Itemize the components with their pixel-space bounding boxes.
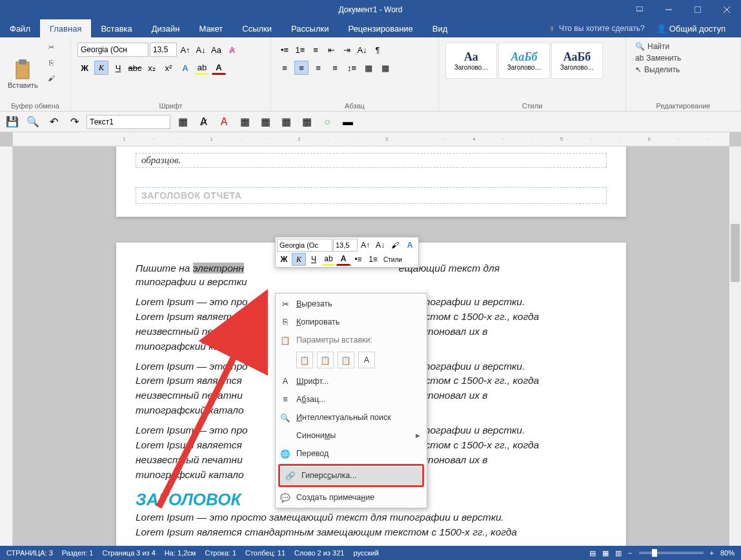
mt-numbering-button[interactable]: 1≡ bbox=[366, 253, 380, 266]
clear-format-button[interactable]: A̷ bbox=[225, 43, 239, 57]
qat-btn-5[interactable]: ▦ bbox=[257, 114, 274, 130]
align-center-button[interactable]: ≡ bbox=[294, 61, 309, 75]
qat-btn-7[interactable]: ▦ bbox=[298, 114, 315, 130]
report-title-placeholder[interactable]: ЗАГОЛОВОК ОТЧЕТА bbox=[136, 187, 607, 204]
qat-btn-9[interactable]: ▬ bbox=[340, 114, 356, 130]
save-button[interactable]: 💾 bbox=[4, 114, 21, 130]
select-button[interactable]: ↖Выделить bbox=[633, 65, 684, 75]
mt-bullets-button[interactable]: •≡ bbox=[351, 253, 365, 266]
subscript-button[interactable]: x₂ bbox=[145, 61, 159, 75]
zoom-out-button[interactable]: − bbox=[628, 549, 632, 557]
copy-button[interactable]: ⎘ bbox=[45, 55, 59, 70]
tell-me-input[interactable]: Что вы хотите сделать? bbox=[559, 24, 645, 33]
text-effects-button[interactable]: A bbox=[178, 61, 192, 75]
tab-insert[interactable]: Вставка bbox=[91, 19, 141, 37]
qat-btn-4[interactable]: ▦ bbox=[236, 114, 253, 130]
ctx-translate[interactable]: 🌐Перевод bbox=[276, 445, 427, 463]
tab-home[interactable]: Главная bbox=[40, 19, 91, 37]
paste-opt-2[interactable]: 📋 bbox=[317, 352, 334, 368]
qat-btn-6[interactable]: ▦ bbox=[278, 114, 294, 130]
status-at[interactable]: На: 1,2см bbox=[165, 549, 196, 557]
vertical-scrollbar[interactable] bbox=[729, 146, 741, 546]
share-button[interactable]: 👤 Общий доступ bbox=[649, 24, 733, 34]
format-painter-button[interactable]: 🖌 bbox=[45, 71, 59, 85]
paste-opt-1[interactable]: 📋 bbox=[296, 352, 313, 368]
tab-mailings[interactable]: Рассылки bbox=[281, 19, 338, 37]
mt-font-combo[interactable]: Georgia (Ос bbox=[277, 239, 332, 252]
line-spacing-button[interactable]: ↕≡ bbox=[345, 61, 359, 75]
status-col[interactable]: Столбец: 11 bbox=[245, 549, 285, 557]
zoom-slider[interactable] bbox=[639, 552, 704, 554]
style-combo[interactable]: Текст1 bbox=[86, 115, 170, 129]
bold-button[interactable]: Ж bbox=[77, 61, 92, 75]
justify-button[interactable]: ≡ bbox=[328, 61, 342, 75]
tab-layout[interactable]: Макет bbox=[189, 19, 232, 37]
tab-review[interactable]: Рецензирование bbox=[338, 19, 422, 37]
shading-button[interactable]: ▦ bbox=[361, 61, 376, 75]
bullets-button[interactable]: •≡ bbox=[278, 43, 292, 57]
undo-button[interactable]: ↶ bbox=[45, 114, 62, 130]
mt-shrink-button[interactable]: A↓ bbox=[373, 239, 387, 252]
shrink-font-button[interactable]: A↓ bbox=[194, 43, 208, 57]
ctx-font[interactable]: AШрифт... bbox=[276, 372, 427, 390]
qat-btn-1[interactable]: ▦ bbox=[174, 114, 191, 130]
underline-button[interactable]: Ч bbox=[111, 61, 125, 75]
mt-styles-button[interactable]: A bbox=[403, 239, 417, 252]
horizontal-ruler[interactable]: 1 · · 1 · · 2 · · 3 · · 4 · · 5 · · 6 · … bbox=[13, 132, 729, 146]
multilevel-button[interactable]: ≡ bbox=[309, 43, 323, 57]
superscript-button[interactable]: x² bbox=[161, 61, 176, 75]
status-lang[interactable]: русский bbox=[353, 549, 378, 557]
sample-text[interactable]: образцов. bbox=[136, 153, 607, 168]
redo-button[interactable]: ↷ bbox=[66, 114, 83, 130]
minimize-button[interactable] bbox=[654, 0, 683, 19]
tab-references[interactable]: Ссылки bbox=[232, 19, 281, 37]
grow-font-button[interactable]: A↑ bbox=[178, 43, 192, 57]
mt-underline-button[interactable]: Ч bbox=[307, 253, 321, 266]
style-item-2[interactable]: АаБбЗаголово… bbox=[498, 43, 550, 79]
align-left-button[interactable]: ≡ bbox=[278, 61, 292, 75]
font-color-button[interactable]: A bbox=[212, 61, 226, 75]
highlight-button[interactable]: ab bbox=[195, 61, 209, 75]
view-print-icon[interactable]: ▦ bbox=[602, 549, 609, 557]
cut-button[interactable]: ✂ bbox=[45, 40, 59, 54]
paste-opt-4[interactable]: A bbox=[358, 352, 375, 368]
qat-btn-8[interactable]: ○ bbox=[319, 114, 336, 130]
status-words[interactable]: Слово 2 из 321 bbox=[294, 549, 344, 557]
tab-view[interactable]: Вид bbox=[423, 19, 458, 37]
ctx-cut[interactable]: ✂Вырезать bbox=[276, 295, 427, 313]
sort-button[interactable]: A↓ bbox=[355, 43, 369, 57]
view-web-icon[interactable]: ▥ bbox=[615, 549, 622, 557]
font-size-combo[interactable]: 13,5 bbox=[150, 43, 177, 57]
mt-fontcolor-button[interactable]: A bbox=[336, 253, 350, 266]
style-item-3[interactable]: АаБбЗаголово… bbox=[551, 43, 603, 79]
ctx-hyperlink[interactable]: 🔗Гиперссылка... bbox=[281, 466, 421, 485]
status-pageof[interactable]: Страница 3 из 4 bbox=[102, 549, 155, 557]
view-read-icon[interactable]: ▤ bbox=[589, 549, 596, 557]
tab-design[interactable]: Дизайн bbox=[142, 19, 190, 37]
ctx-new-comment[interactable]: 💬Создать примечание bbox=[276, 488, 427, 506]
paste-button[interactable]: Вставить bbox=[4, 40, 42, 108]
borders-button[interactable]: ▦ bbox=[378, 61, 392, 75]
zoom-in-button[interactable]: + bbox=[710, 549, 714, 557]
ctx-smart-lookup[interactable]: 🔍Интеллектуальный поиск bbox=[276, 408, 427, 426]
status-section[interactable]: Раздел: 1 bbox=[62, 549, 94, 557]
change-case-button[interactable]: Aa bbox=[209, 43, 223, 57]
mt-styles-label[interactable]: Стили bbox=[381, 256, 405, 263]
mt-painter-button[interactable]: 🖌 bbox=[388, 239, 402, 252]
show-marks-button[interactable]: ¶ bbox=[370, 43, 385, 57]
style-item-1[interactable]: АаЗаголово… bbox=[445, 43, 497, 79]
align-right-button[interactable]: ≡ bbox=[311, 61, 325, 75]
qat-btn-3[interactable]: A bbox=[216, 114, 232, 130]
status-page[interactable]: СТРАНИЦА: 3 bbox=[6, 549, 53, 557]
zoom-level[interactable]: 80% bbox=[720, 549, 735, 557]
mt-italic-button[interactable]: К bbox=[292, 253, 306, 266]
replace-button[interactable]: abЗаменить bbox=[633, 53, 684, 63]
ctx-synonyms[interactable]: Синонимы▶ bbox=[276, 426, 427, 445]
styles-gallery[interactable]: АаЗаголово… АаБбЗаголово… АаБбЗаголово… bbox=[445, 43, 603, 106]
ribbon-opts-icon[interactable] bbox=[625, 0, 654, 19]
close-button[interactable] bbox=[712, 0, 741, 19]
italic-button[interactable]: К bbox=[94, 61, 108, 75]
find-button[interactable]: 🔍Найти bbox=[633, 41, 684, 52]
vertical-ruler[interactable] bbox=[0, 146, 13, 546]
status-line[interactable]: Строка: 1 bbox=[205, 549, 236, 557]
